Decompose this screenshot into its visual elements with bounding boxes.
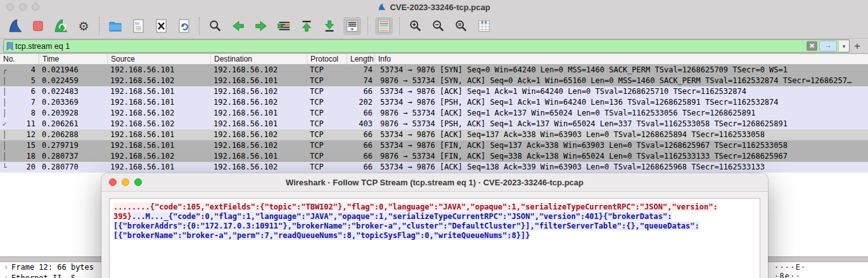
packet-row[interactable]: │150.279719192.168.56.101192.168.56.102T… xyxy=(0,140,868,151)
reload-file-button[interactable] xyxy=(175,17,193,35)
cell-source: 192.168.56.102 xyxy=(108,108,211,119)
auto-scroll-icon xyxy=(345,19,360,33)
go-to-bottom-icon xyxy=(322,19,336,33)
cell-mark: │ xyxy=(0,97,9,108)
detail-text: Frame 12: 66 bytes xyxy=(11,263,94,272)
find-packet-button[interactable] xyxy=(207,17,224,35)
filter-clear-button[interactable]: ✕ xyxy=(807,41,817,51)
packet-row[interactable]: ┌40.021946192.168.56.101192.168.56.102TC… xyxy=(0,65,868,76)
cell-protocol: TCP xyxy=(307,65,347,76)
cell-length: 403 xyxy=(347,119,375,129)
cell-mark: │ xyxy=(0,151,9,162)
display-filter-input[interactable]: tcp.stream eq 1 ✕ → ▾ xyxy=(3,39,850,53)
column-header-destination[interactable]: Destination xyxy=(211,54,307,64)
find-packet-icon xyxy=(208,19,222,33)
stream-content[interactable]: ........{"code":105,"extFields":{"topic"… xyxy=(109,198,760,278)
stream-segment-server: [{"brokerAddrs":{0:"172.17.0.3:10911"},"… xyxy=(113,222,699,230)
cell-length: 66 xyxy=(347,129,375,140)
stream-segment-server: ...M..._{"code":0,"flag":1,"language":"J… xyxy=(132,212,672,221)
expand-chevron-icon[interactable]: › xyxy=(4,273,11,278)
save-file-button[interactable] xyxy=(129,17,147,35)
cell-mark: └ xyxy=(0,162,9,173)
packet-row[interactable]: │70.203369192.168.56.101192.168.56.102TC… xyxy=(0,97,868,108)
packet-row[interactable]: │180.280737192.168.56.102192.168.56.101T… xyxy=(0,151,868,162)
column-header-time[interactable]: Time xyxy=(39,54,108,64)
cell-no: 5 xyxy=(9,76,39,86)
filter-add-button[interactable]: + xyxy=(850,40,865,53)
colorize-packets-icon xyxy=(376,19,392,33)
go-forward-button[interactable] xyxy=(252,17,270,35)
cell-source: 192.168.56.102 xyxy=(108,151,211,162)
go-back-button[interactable] xyxy=(229,17,247,35)
go-to-bottom-button[interactable] xyxy=(321,17,338,35)
cell-info: 9876 → 53734 [SYN, ACK] Seq=0 Ack=1 Win=… xyxy=(375,76,868,86)
cell-no: 11 xyxy=(9,119,39,129)
packet-row[interactable]: │80.203928192.168.56.102192.168.56.101TC… xyxy=(0,108,868,119)
packet-row[interactable]: │120.206288192.168.56.101192.168.56.102T… xyxy=(0,129,868,140)
packet-row[interactable]: ✓110.206261192.168.56.102192.168.56.101T… xyxy=(0,119,868,129)
column-header-length[interactable]: Length xyxy=(347,54,375,64)
main-titlebar: CVE-2023-33246-tcp.pcap xyxy=(0,0,868,14)
colorize-packets-button[interactable] xyxy=(375,17,393,35)
stream-line: 395}...M..._{"code":0,"flag":1,"language… xyxy=(113,212,756,222)
close-file-button[interactable] xyxy=(152,17,170,35)
start-capture-button[interactable] xyxy=(6,17,24,35)
cell-time: 0.022483 xyxy=(39,86,108,97)
dialog-minimize-button[interactable] xyxy=(122,178,129,186)
packet-row[interactable]: │50.022459192.168.56.102192.168.56.101TC… xyxy=(0,76,868,86)
capture-options-gear-icon: ⚙ xyxy=(78,20,89,32)
go-to-packet-button[interactable] xyxy=(275,17,293,35)
zoom-out-button[interactable] xyxy=(430,17,447,35)
cell-destination: 192.168.56.101 xyxy=(211,108,307,119)
dialog-close-button[interactable] xyxy=(109,178,117,186)
cell-mark: │ xyxy=(0,140,9,151)
go-to-top-icon xyxy=(300,19,314,33)
zoom-reset-button[interactable] xyxy=(452,17,470,35)
dialog-body: ........{"code":105,"extFields":{"topic"… xyxy=(101,192,768,278)
cell-destination: 192.168.56.102 xyxy=(211,97,307,108)
zoom-in-button[interactable] xyxy=(407,17,424,35)
filter-bar: tcp.stream eq 1 ✕ → ▾ + xyxy=(0,39,868,54)
filter-bookmark-icon[interactable] xyxy=(4,42,15,51)
cell-length: 66 xyxy=(347,108,375,119)
open-file-button[interactable] xyxy=(106,17,124,35)
filter-dropdown-caret[interactable]: ▾ xyxy=(838,41,849,51)
packet-list-header: No.TimeSourceDestinationProtocolLengthIn… xyxy=(0,54,868,65)
restart-capture-button[interactable] xyxy=(52,17,70,35)
packet-row[interactable]: └200.280770192.168.56.101192.168.56.102T… xyxy=(0,162,868,173)
dialog-window-controls xyxy=(109,178,142,186)
column-header-source[interactable]: Source xyxy=(108,54,211,64)
capture-options-button[interactable]: ⚙ xyxy=(75,17,93,35)
maximize-window-button[interactable] xyxy=(32,3,39,11)
resize-columns-button[interactable] xyxy=(475,17,493,35)
minimize-window-button[interactable] xyxy=(19,3,27,11)
cell-time: 0.280770 xyxy=(39,162,108,173)
cell-info: 53734 → 9876 [PSH, ACK] Seq=1 Ack=1 Win=… xyxy=(375,97,868,108)
column-header-protocol[interactable]: Protocol xyxy=(307,54,347,64)
open-file-folder-icon xyxy=(108,18,123,34)
cell-protocol: TCP xyxy=(307,140,347,151)
auto-scroll-button[interactable] xyxy=(343,17,361,35)
cell-destination: 192.168.56.102 xyxy=(211,65,307,76)
column-header-no[interactable]: No. xyxy=(0,54,39,64)
column-header-info[interactable]: Info xyxy=(375,54,868,64)
cell-no: 15 xyxy=(9,140,39,151)
display-filter-value[interactable]: tcp.stream eq 1 xyxy=(15,42,807,51)
cell-destination: 192.168.56.102 xyxy=(211,162,307,173)
window-title: CVE-2023-33246-tcp.pcap xyxy=(378,3,490,12)
cell-time: 0.279719 xyxy=(39,140,108,151)
zoom-out-icon xyxy=(431,19,445,33)
cell-no: 4 xyxy=(9,65,39,76)
go-to-top-button[interactable] xyxy=(298,17,316,35)
cell-source: 192.168.56.101 xyxy=(108,97,211,108)
expand-chevron-icon[interactable]: › xyxy=(4,262,11,273)
packet-row[interactable]: │60.022483192.168.56.101192.168.56.102TC… xyxy=(0,86,868,97)
filter-apply-button[interactable]: → xyxy=(819,41,837,51)
close-window-button[interactable] xyxy=(6,3,14,11)
wireshark-main-window: CVE-2023-33246-tcp.pcap ⚙ tcp.stream e xyxy=(0,0,868,278)
cell-length: 66 xyxy=(347,151,375,162)
cell-time: 0.206261 xyxy=(39,119,108,129)
cell-info: 53734 → 9876 [SYN] Seq=0 Win=64240 Len=0… xyxy=(375,65,868,76)
dialog-maximize-button[interactable] xyxy=(134,178,142,186)
stop-capture-button[interactable] xyxy=(29,17,47,35)
